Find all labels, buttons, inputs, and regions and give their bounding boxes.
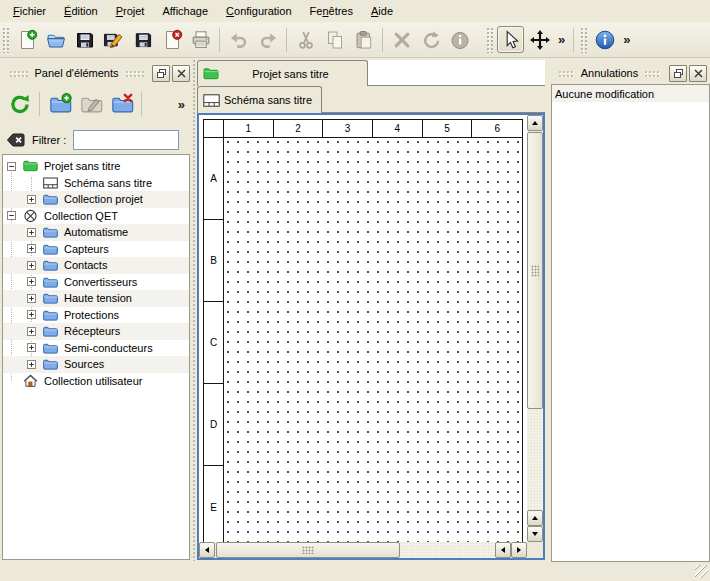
vertical-scrollbar[interactable] [527, 115, 543, 542]
undo-list-item[interactable]: Aucune modification [552, 85, 709, 102]
tree-item[interactable]: Protections [3, 307, 189, 324]
save-all-button[interactable] [129, 26, 156, 53]
rotate-icon [420, 29, 442, 51]
print-button[interactable] [187, 26, 214, 53]
undo-icon [228, 29, 250, 51]
qet-icon [23, 209, 38, 223]
tree-item[interactable]: Automatisme [3, 224, 189, 241]
toolbar-handle[interactable] [2, 27, 9, 53]
toolbar-overflow-button[interactable]: » [619, 32, 634, 47]
tab-schema[interactable]: Schéma sans titre [197, 86, 322, 113]
tree-item-label: Collection projet [64, 193, 143, 205]
tree-item[interactable]: Sources [3, 356, 189, 373]
close-file-button[interactable] [158, 26, 185, 53]
tree-item-label: Convertisseurs [64, 276, 137, 288]
folder-icon [43, 341, 58, 355]
close-dock-button[interactable] [172, 65, 190, 82]
scroll-left-button[interactable] [495, 542, 511, 558]
open-button[interactable] [42, 26, 69, 53]
expand-icon[interactable] [27, 195, 36, 204]
menu-fichier[interactable]: Fichier [4, 2, 55, 20]
tree-item-label: Schéma sans titre [64, 177, 152, 189]
expand-icon[interactable] [27, 360, 36, 369]
float-icon [156, 68, 167, 79]
menu-configuration[interactable]: Configuration [217, 2, 300, 20]
expand-icon[interactable] [27, 294, 36, 303]
new-category-button[interactable] [45, 90, 74, 119]
collapse-icon[interactable] [7, 211, 16, 220]
save-button[interactable] [71, 26, 98, 53]
dock-title-texture [125, 70, 144, 77]
toolbar-separator [141, 92, 142, 116]
expand-icon[interactable] [27, 261, 36, 270]
scroll-up-button[interactable] [527, 510, 543, 526]
menu-projet[interactable]: Projet [107, 2, 154, 20]
tree-item[interactable]: Schéma sans titre [3, 175, 189, 192]
horizontal-scrollbar[interactable] [199, 542, 527, 558]
redo-icon [257, 29, 279, 51]
tree-item[interactable]: Convertisseurs [3, 274, 189, 291]
menu-edition[interactable]: Édition [55, 2, 107, 20]
tree-item[interactable]: Haute tension [3, 290, 189, 307]
tree-item[interactable]: Collection utilisateur [3, 373, 189, 390]
float-dock-button[interactable] [669, 65, 687, 82]
scroll-right-button[interactable] [511, 542, 527, 558]
expand-icon[interactable] [27, 327, 36, 336]
refresh-icon [8, 92, 32, 116]
clear-filter-button[interactable] [5, 130, 25, 150]
save-as-icon [103, 29, 125, 51]
tree-item[interactable]: Projet sans titre [3, 158, 189, 175]
column-label: 6 [472, 120, 522, 137]
folder-icon [43, 225, 58, 239]
reload-collections-button[interactable] [5, 90, 34, 119]
schema-canvas[interactable]: 123456 ABCDE [199, 115, 527, 542]
tree-item[interactable]: Récepteurs [3, 323, 189, 340]
horizontal-scrollbar-thumb[interactable] [216, 542, 400, 558]
scroll-down-button[interactable] [527, 526, 543, 542]
expand-icon[interactable] [27, 244, 36, 253]
close-file-icon [161, 29, 183, 51]
move-cross-icon [529, 29, 551, 51]
filter-input[interactable] [73, 130, 179, 150]
column-label: 4 [373, 120, 423, 137]
print-icon [190, 29, 212, 51]
tree-item[interactable]: Collection projet [3, 191, 189, 208]
delete-category-button[interactable] [107, 90, 136, 119]
edit-folder-icon [79, 92, 103, 116]
selection-tool-button[interactable] [497, 26, 524, 53]
tree-item[interactable]: Capteurs [3, 241, 189, 258]
scroll-left-button[interactable] [199, 542, 215, 558]
new-document-button[interactable] [13, 26, 40, 53]
toolbar-handle[interactable] [486, 27, 493, 53]
expand-icon[interactable] [27, 228, 36, 237]
resize-grip[interactable] [695, 565, 708, 578]
toolbar-overflow-button[interactable]: » [554, 32, 569, 47]
scroll-up-button[interactable] [527, 115, 543, 131]
row-label: B [204, 220, 223, 302]
element-tree[interactable]: Projet sans titreSchéma sans titreCollec… [2, 154, 190, 560]
menu-aide[interactable]: Aide [362, 2, 402, 20]
about-button[interactable] [591, 26, 618, 53]
expand-icon[interactable] [27, 343, 36, 352]
float-dock-button[interactable] [152, 65, 170, 82]
save-as-button[interactable] [100, 26, 127, 53]
vertical-scrollbar-thumb[interactable] [527, 132, 543, 409]
menu-fenetres[interactable]: Fenêtres [301, 2, 362, 20]
tree-item[interactable]: Contacts [3, 257, 189, 274]
close-dock-button[interactable] [689, 65, 707, 82]
new-document-icon [16, 29, 38, 51]
move-tool-button[interactable] [526, 26, 553, 53]
menu-affichage[interactable]: Affichage [153, 2, 217, 20]
tab-project[interactable]: Projet sans titre [197, 60, 368, 86]
toolbar-handle[interactable] [580, 27, 587, 53]
tree-item[interactable]: Semi-conducteurs [3, 340, 189, 357]
collapse-icon[interactable] [7, 162, 16, 171]
schema-icon [43, 176, 58, 190]
tree-item[interactable]: Collection QET [3, 208, 189, 225]
tree-item-label: Projet sans titre [44, 160, 120, 172]
expand-icon[interactable] [27, 310, 36, 319]
info-icon [449, 29, 471, 51]
undo-list[interactable]: Aucune modification [551, 84, 710, 562]
expand-icon[interactable] [27, 277, 36, 286]
panel-overflow-button[interactable]: » [174, 97, 189, 112]
